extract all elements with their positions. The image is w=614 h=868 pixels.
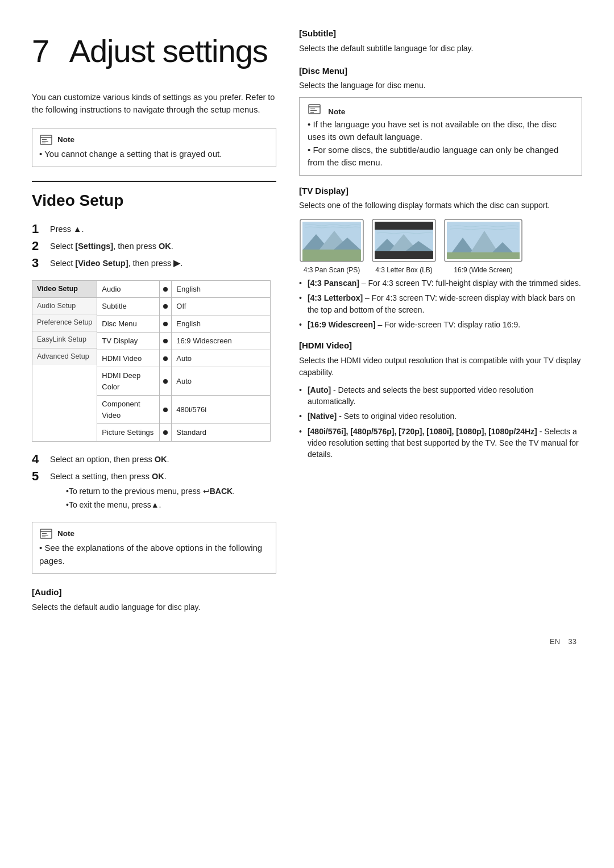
step-5: 5 Select a setting, then press OK. To re… <box>32 469 276 513</box>
tv-bullet-widescreen: [16:9 Widescreen] – For wide-screen TV: … <box>299 319 582 330</box>
note-box-1: Note You cannot change a setting that is… <box>32 128 276 167</box>
note-label-1: Note <box>57 134 74 146</box>
table-cell-dot <box>160 396 172 424</box>
intro-text: You can customize various kinds of setti… <box>32 91 276 117</box>
table-cell-value: 16:9 Widescreen <box>172 333 271 350</box>
disc-menu-section: [Disc Menu] Selects the language for dis… <box>299 65 582 92</box>
table-cell-dot <box>160 333 172 350</box>
table-cell-item: Audio <box>97 280 160 298</box>
table-cell-item: HDMI Video <box>97 350 160 367</box>
sub-step-exit: To exit the menu, press ▲. <box>66 499 235 511</box>
step-1: 1 Press ▲. <box>32 222 276 236</box>
hdmi-video-heading: [HDMI Video] <box>299 339 582 352</box>
settings-table-wrapper: Video SetupAudio SetupPreference SetupEa… <box>32 280 271 442</box>
note-disc-box: Note If the language you have set is not… <box>299 97 582 176</box>
tv-img-pan-scan: 4:3 Pan Scan (PS) <box>299 218 364 275</box>
table-cell-item: TV Display <box>97 333 160 350</box>
note-item: You cannot change a setting that is gray… <box>39 148 267 161</box>
hdmi-video-desc: Selects the HDMI video output resolution… <box>299 355 582 379</box>
chapter-title: Adjust settings <box>69 33 268 69</box>
tv-bullet-letterbox: [4:3 Letterbox] – For 4:3 screen TV: wid… <box>299 292 582 315</box>
hdmi-video-bullets: [Auto] - Detects and selects the best su… <box>299 384 582 460</box>
table-cell-value: 480i/576i <box>172 396 271 424</box>
note-box-2: Note See the explanations of the above o… <box>32 522 276 574</box>
table-cell-value: English <box>172 280 271 298</box>
svg-rect-22 <box>375 222 433 230</box>
disc-menu-desc: Selects the language for disc menu. <box>299 80 582 92</box>
tv-display-heading: [TV Display] <box>299 185 582 198</box>
video-setup-title: Video Setup <box>32 189 276 213</box>
table-cell-dot <box>160 367 172 396</box>
table-cell-dot <box>160 424 172 442</box>
footer-page: 33 <box>569 637 576 646</box>
table-cell-item: Subtitle <box>97 298 160 315</box>
table-cell-dot <box>160 350 172 367</box>
note-disc-item-1: If the language you have set is not avai… <box>308 118 574 144</box>
steps-1-3: 1 Press ▲. 2 Select [Settings], then pre… <box>32 222 276 271</box>
table-cell-item: Component Video <box>97 396 160 424</box>
hdmi-bullet-resolutions: [480i/576i], [480p/576p], [720p], [1080i… <box>299 426 582 460</box>
tv-label-wide-screen: 16:9 (Wide Screen) <box>443 265 523 275</box>
chapter-number: 7 <box>32 33 49 69</box>
tv-display-desc: Selects one of the following display for… <box>299 200 582 211</box>
note-label-disc: Note <box>328 107 345 116</box>
audio-section: [Audio] Selects the default audio langua… <box>32 586 276 613</box>
note-icon-disc <box>308 103 321 115</box>
subtitle-desc: Selects the default subtitle language fo… <box>299 43 582 55</box>
audio-desc: Selects the default audio language for d… <box>32 601 276 613</box>
svg-rect-20 <box>302 250 361 261</box>
disc-menu-heading: [Disc Menu] <box>299 65 582 78</box>
step-2: 2 Select [Settings], then press OK. <box>32 239 276 254</box>
note-list-disc: If the language you have set is not avai… <box>308 118 574 169</box>
section-divider <box>32 181 276 182</box>
audio-heading: [Audio] <box>32 586 276 599</box>
table-cell-item: HDMI Deep Color <box>97 367 160 396</box>
tv-display-images: 4:3 Pan Scan (PS) <box>299 218 582 275</box>
table-cell-value: English <box>172 315 271 333</box>
sub-steps: To return to the previous menu, press ↩ … <box>50 485 235 511</box>
page-title: 7 Adjust settings <box>32 27 276 75</box>
right-column: [Subtitle] Selects the default subtitle … <box>299 27 582 619</box>
hdmi-bullet-auto: [Auto] - Detects and selects the best su… <box>299 384 582 408</box>
hdmi-bullet-native: [Native] - Sets to original video resolu… <box>299 410 582 422</box>
menu-sidebar-item-video_setup: Video Setup <box>32 281 97 298</box>
menu-sidebar-item-easylink_setup: EasyLink Setup <box>32 331 97 348</box>
note-list-1: You cannot change a setting that is gray… <box>39 148 267 161</box>
tv-display-section: [TV Display] Selects one of the followin… <box>299 185 582 331</box>
table-cell-value: Auto <box>172 367 271 396</box>
table-cell-dot <box>160 280 172 298</box>
table-cell-dot <box>160 315 172 333</box>
note-label-2: Note <box>57 528 74 539</box>
step-3: 3 Select [Video Setup], then press ▶. <box>32 256 276 271</box>
table-cell-value: Auto <box>172 350 271 367</box>
table-cell-dot <box>160 298 172 315</box>
subtitle-heading: [Subtitle] <box>299 27 582 40</box>
tv-img-letter-box: 4:3 Letter Box (LB) <box>371 218 437 275</box>
footer-lang: EN <box>550 637 560 646</box>
table-cell-item: Disc Menu <box>97 315 160 333</box>
step-4: 4 Select an option, then press OK. <box>32 452 276 467</box>
svg-rect-23 <box>375 251 433 259</box>
hdmi-video-section: [HDMI Video] Selects the HDMI video outp… <box>299 339 582 460</box>
svg-rect-33 <box>447 252 520 259</box>
sub-step-back: To return to the previous menu, press ↩ … <box>66 485 235 497</box>
table-cell-value: Standard <box>172 424 271 442</box>
note-icon-1 <box>39 134 53 146</box>
menu-sidebar-item-preference_setup: Preference Setup <box>32 314 97 331</box>
tv-label-letter-box: 4:3 Letter Box (LB) <box>371 265 437 275</box>
note-icon-2 <box>39 528 53 539</box>
table-cell-item: Picture Settings <box>97 424 160 442</box>
page-footer: EN 33 <box>32 636 582 647</box>
tv-bullet-panscan: [4:3 Panscan] – For 4:3 screen TV: full-… <box>299 277 582 289</box>
tv-label-pan-scan: 4:3 Pan Scan (PS) <box>299 265 364 275</box>
tv-display-bullets: [4:3 Panscan] – For 4:3 screen TV: full-… <box>299 277 582 330</box>
note-list-2: See the explanations of the above option… <box>39 542 267 567</box>
subtitle-section: [Subtitle] Selects the default subtitle … <box>299 27 582 55</box>
note-item-2: See the explanations of the above option… <box>39 542 267 567</box>
menu-sidebar-item-advanced_setup: Advanced Setup <box>32 348 97 365</box>
menu-sidebar-item-audio_setup: Audio Setup <box>32 298 97 315</box>
note-disc-item-2: For some discs, the subtitle/audio langu… <box>308 144 574 169</box>
table-cell-value: Off <box>172 298 271 315</box>
tv-img-wide-screen: 16:9 (Wide Screen) <box>443 218 523 275</box>
left-column: 7 Adjust settings You can customize vari… <box>32 27 276 619</box>
